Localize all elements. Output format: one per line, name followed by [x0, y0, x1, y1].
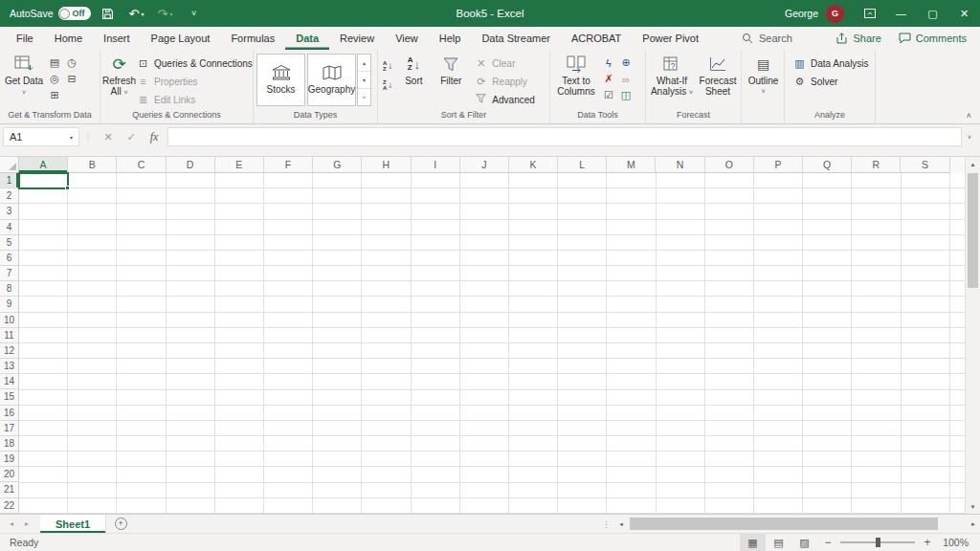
tab-file[interactable]: File [6, 27, 44, 50]
formula-bar-handle[interactable]: ⋮ [79, 132, 97, 143]
gallery-scroll-up-button[interactable]: ▴ [358, 55, 370, 72]
relationships-button[interactable]: ∞ [617, 74, 635, 85]
zoom-slider-thumb[interactable] [876, 538, 880, 547]
row-header[interactable]: 16 [0, 406, 19, 421]
scroll-left-button[interactable]: ◂ [614, 515, 628, 533]
zoom-level[interactable]: 100% [938, 537, 980, 548]
stocks-button[interactable]: Stocks [256, 54, 305, 106]
column-header[interactable]: Q [803, 157, 852, 173]
tab-formulas[interactable]: Formulas [220, 27, 285, 50]
column-header[interactable]: F [264, 157, 313, 173]
refresh-all-button[interactable]: ⟳ Refresh All ˅ [102, 51, 136, 108]
sort-button[interactable]: AZ↓ Sort [395, 51, 432, 108]
column-header[interactable]: H [362, 157, 411, 173]
name-box-dropdown-icon[interactable]: ▾ [64, 128, 78, 145]
outline-button[interactable]: ▤ Outline ˅ [744, 51, 783, 108]
insert-function-button[interactable]: fx [143, 130, 166, 144]
formula-input[interactable] [167, 127, 962, 146]
manage-data-model-button[interactable]: ◫ [617, 89, 635, 101]
solver-button[interactable]: ⚙Solver [792, 75, 869, 88]
fill-handle[interactable] [65, 186, 70, 190]
flash-fill-button[interactable]: ϟ [600, 57, 617, 69]
maximize-button[interactable]: ▢ [917, 0, 948, 27]
row-header[interactable]: 7 [0, 266, 19, 281]
horizontal-scroll-thumb[interactable] [630, 518, 938, 530]
column-header[interactable]: K [509, 157, 558, 173]
consolidate-button[interactable]: ⊕ [617, 56, 635, 69]
select-all-button[interactable] [0, 157, 19, 173]
text-to-columns-button[interactable]: Text to Columns [552, 51, 600, 108]
existing-connections-button[interactable]: ⊟ [63, 73, 80, 85]
tab-home[interactable]: Home [44, 27, 93, 50]
sort-descending-button[interactable]: ZA↓ [380, 77, 395, 93]
column-header[interactable]: M [607, 157, 656, 173]
tab-data[interactable]: Data [285, 27, 329, 50]
tab-acrobat[interactable]: ACROBAT [561, 27, 632, 50]
expand-formula-bar-button[interactable]: ˅ [962, 134, 977, 141]
sort-ascending-button[interactable]: AZ↓ [380, 58, 395, 74]
minimize-button[interactable]: — [885, 0, 917, 27]
reapply-filter-button[interactable]: ⟳Reapply [474, 75, 534, 88]
vertical-scrollbar[interactable]: ▴ ▾ [965, 157, 980, 514]
column-header[interactable]: G [313, 157, 362, 173]
row-header[interactable]: 1 [0, 173, 19, 188]
ribbon-display-options-button[interactable] [854, 0, 885, 27]
tab-bar-splitter[interactable]: ⋮ [598, 515, 614, 533]
row-header[interactable]: 21 [0, 482, 19, 497]
column-header[interactable]: P [754, 157, 803, 173]
tab-help[interactable]: Help [429, 27, 472, 50]
row-header[interactable]: 14 [0, 374, 19, 389]
column-header[interactable]: L [558, 157, 607, 173]
gallery-scroll-down-button[interactable]: ▾ [358, 72, 370, 89]
customize-quick-access-button[interactable]: ˅ [183, 0, 206, 27]
new-sheet-button[interactable]: + [106, 515, 135, 533]
column-header[interactable]: B [68, 157, 117, 173]
name-box[interactable]: A1 ▾ [3, 127, 79, 146]
clear-filter-button[interactable]: ✕Clear [474, 56, 534, 70]
what-if-analysis-button[interactable]: ? What-If Analysis ˅ [648, 51, 696, 108]
column-header[interactable]: D [167, 157, 215, 173]
active-cell[interactable] [18, 172, 69, 189]
sheet-tab-sheet1[interactable]: Sheet1 [40, 515, 106, 533]
row-header[interactable]: 2 [0, 188, 19, 204]
column-header[interactable]: J [460, 157, 509, 173]
data-validation-button[interactable]: ☑ [600, 89, 617, 101]
row-header[interactable]: 10 [0, 313, 19, 328]
gallery-more-button[interactable]: ˅ [358, 89, 370, 105]
geography-button[interactable]: Geography [307, 54, 356, 106]
row-header[interactable]: 18 [0, 436, 19, 452]
spreadsheet-grid[interactable] [19, 173, 965, 514]
row-header[interactable]: 12 [0, 343, 19, 359]
vertical-scroll-thumb[interactable] [968, 173, 978, 288]
scroll-up-button[interactable]: ▴ [966, 157, 980, 171]
column-header[interactable]: I [412, 157, 460, 173]
column-header[interactable]: R [852, 157, 901, 173]
column-header[interactable]: O [705, 157, 754, 173]
page-break-preview-button[interactable]: ▨ [791, 534, 817, 551]
tab-insert[interactable]: Insert [93, 27, 141, 50]
normal-view-button[interactable]: ▦ [740, 534, 766, 551]
share-button[interactable]: Share [835, 33, 880, 44]
horizontal-scrollbar[interactable]: ◂ ▸ [614, 515, 980, 533]
properties-button[interactable]: ≡Properties [136, 75, 253, 88]
row-header[interactable]: 8 [0, 281, 19, 297]
tab-review[interactable]: Review [329, 27, 385, 50]
zoom-in-button[interactable]: + [917, 536, 938, 549]
data-analysis-button[interactable]: ▥Data Analysis [792, 56, 869, 70]
filter-button[interactable]: Filter [432, 51, 470, 108]
row-header[interactable]: 20 [0, 467, 19, 482]
horizontal-scroll-track[interactable] [628, 515, 967, 533]
scroll-down-button[interactable]: ▾ [966, 499, 980, 514]
forecast-sheet-button[interactable]: Forecast Sheet [696, 51, 740, 108]
close-button[interactable]: ✕ [948, 0, 980, 27]
get-data-button[interactable]: Get Data ˅ [2, 51, 46, 108]
row-header[interactable]: 6 [0, 251, 19, 266]
autosave-toggle[interactable]: AutoSave Off [10, 7, 91, 20]
redo-button[interactable]: ↷▾ [154, 0, 177, 27]
column-header[interactable]: C [117, 157, 166, 173]
row-header[interactable]: 5 [0, 235, 19, 251]
save-button[interactable] [97, 0, 120, 27]
row-header[interactable]: 9 [0, 297, 19, 312]
row-header[interactable]: 15 [0, 389, 19, 405]
row-header[interactable]: 11 [0, 328, 19, 343]
